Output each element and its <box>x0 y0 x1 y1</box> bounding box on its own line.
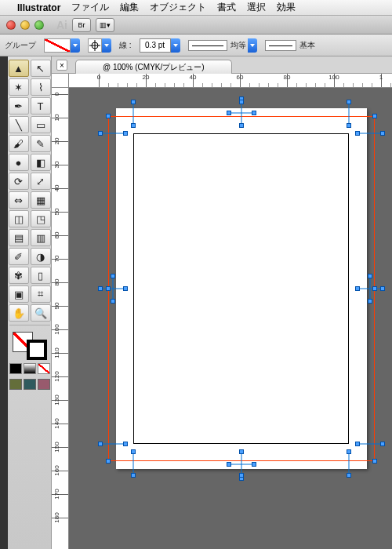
swatch-3[interactable] <box>38 379 50 390</box>
close-tab-button[interactable]: × <box>56 60 67 71</box>
color-mode-button[interactable] <box>9 363 22 374</box>
selection-handle[interactable] <box>123 442 128 446</box>
selection-handle[interactable] <box>380 442 385 446</box>
tool-magic-wand[interactable]: ✶ <box>9 78 29 96</box>
panel-collapse-strip[interactable] <box>0 56 8 549</box>
tool-mesh[interactable]: ▤ <box>9 229 29 246</box>
selection-handle[interactable] <box>368 299 372 304</box>
tool-hand[interactable]: ✋ <box>9 304 29 322</box>
tool-paintbrush[interactable]: 🖌 <box>9 135 29 152</box>
tool-eyedropper[interactable]: ✐ <box>9 248 29 265</box>
arrange-documents-button[interactable]: ▥▾ <box>96 18 114 32</box>
selection-handle[interactable] <box>252 462 256 467</box>
tool-free-transform[interactable]: ▦ <box>31 191 51 209</box>
tool-gradient[interactable]: ▥ <box>31 229 51 246</box>
minimize-window-button[interactable] <box>20 20 30 30</box>
selection-handle[interactable] <box>347 449 351 454</box>
tool-zoom[interactable]: 🔍 <box>31 304 51 322</box>
tool-eraser[interactable]: ◧ <box>31 154 51 171</box>
tool-artboard[interactable]: ▣ <box>9 285 29 303</box>
tool-blob-brush[interactable]: ● <box>9 154 29 171</box>
brush-preview[interactable] <box>265 40 296 51</box>
tool-perspective[interactable]: ◳ <box>31 210 51 227</box>
selection-handle[interactable] <box>372 286 377 291</box>
stroke-box[interactable] <box>27 340 47 360</box>
tool-selection[interactable]: ▲ <box>9 60 29 77</box>
selection-handle[interactable] <box>372 459 377 464</box>
ruler-origin[interactable] <box>52 74 69 88</box>
swatch-2[interactable] <box>24 379 36 390</box>
document-tab[interactable]: @ 100% (CMYK/プレビュー) <box>75 60 232 74</box>
menu-object[interactable]: オブジェクト <box>150 1 206 14</box>
tool-shape-builder[interactable]: ◫ <box>9 210 29 227</box>
selection-handle[interactable] <box>106 286 111 291</box>
selection-handle[interactable] <box>131 473 136 478</box>
selection-handle[interactable] <box>355 286 360 291</box>
tool-graph[interactable]: ▯ <box>31 267 51 284</box>
app-name[interactable]: Illustrator <box>17 2 60 13</box>
selection-handle[interactable] <box>106 114 111 118</box>
artwork-rectangle[interactable] <box>133 133 349 444</box>
selection-handle[interactable] <box>368 274 372 278</box>
selection-handle[interactable] <box>372 114 377 118</box>
stroke-weight-dropdown[interactable] <box>171 38 180 53</box>
selection-handle[interactable] <box>252 111 256 115</box>
horizontal-ruler[interactable]: 0204060801001 <box>69 74 392 88</box>
selection-handle[interactable] <box>123 286 128 291</box>
selection-handle[interactable] <box>98 442 103 446</box>
selection-handle[interactable] <box>111 299 115 304</box>
selection-handle[interactable] <box>355 131 360 136</box>
tool-blend[interactable]: ◑ <box>31 248 51 265</box>
tool-type[interactable]: T <box>31 97 51 115</box>
menu-effect[interactable]: 効果 <box>277 1 296 14</box>
selection-handle[interactable] <box>239 449 244 454</box>
selection-handle[interactable] <box>239 473 244 478</box>
fill-stroke-control[interactable] <box>13 332 47 360</box>
tool-slice[interactable]: ⌗ <box>31 285 51 303</box>
stroke-style-preview[interactable] <box>188 40 227 51</box>
tool-rotate[interactable]: ⟳ <box>9 173 29 190</box>
selection-handle[interactable] <box>106 459 111 464</box>
selection-handle[interactable] <box>131 123 136 128</box>
tool-symbol-sprayer[interactable]: ✾ <box>9 267 29 284</box>
selection-handle[interactable] <box>380 131 385 136</box>
selection-handle[interactable] <box>131 100 136 104</box>
selection-handle[interactable] <box>239 100 244 104</box>
selection-handle[interactable] <box>227 462 231 467</box>
close-window-button[interactable] <box>6 20 16 30</box>
selection-handle[interactable] <box>227 111 231 115</box>
menu-select[interactable]: 選択 <box>247 1 266 14</box>
tool-pen[interactable]: ✒ <box>9 97 29 115</box>
bridge-button[interactable]: Br <box>72 18 91 32</box>
stroke-style-dropdown[interactable] <box>248 38 257 53</box>
none-mode-button[interactable] <box>38 363 50 374</box>
selection-handle[interactable] <box>239 123 244 128</box>
tool-direct-selection[interactable]: ↖ <box>31 60 51 77</box>
zoom-window-button[interactable] <box>34 20 44 30</box>
selection-handle[interactable] <box>111 274 115 278</box>
selection-handle[interactable] <box>131 449 136 454</box>
tool-line[interactable]: ╲ <box>9 116 29 133</box>
tool-rectangle[interactable]: ▭ <box>31 116 51 133</box>
selection-handle[interactable] <box>380 286 385 291</box>
stroke-swatch-registration[interactable] <box>88 38 102 53</box>
stroke-dropdown[interactable] <box>102 38 111 53</box>
fill-dropdown[interactable] <box>71 38 80 53</box>
menu-type[interactable]: 書式 <box>217 1 236 14</box>
menu-edit[interactable]: 編集 <box>120 1 139 14</box>
gradient-mode-button[interactable] <box>24 363 36 374</box>
menu-file[interactable]: ファイル <box>71 1 109 14</box>
selection-handle[interactable] <box>347 123 351 128</box>
tool-pencil[interactable]: ✎ <box>31 135 51 152</box>
selection-handle[interactable] <box>123 131 128 136</box>
fill-swatch-none[interactable] <box>44 38 71 53</box>
tool-lasso[interactable]: ⌇ <box>31 78 51 96</box>
selection-handle[interactable] <box>355 442 360 446</box>
tool-scale[interactable]: ⤢ <box>31 173 51 190</box>
selection-handle[interactable] <box>98 131 103 136</box>
vertical-ruler[interactable]: 0102030405060708090100110120130140150160… <box>52 88 69 549</box>
tool-width[interactable]: ⇔ <box>9 191 29 209</box>
canvas[interactable] <box>69 88 392 549</box>
stroke-weight-field[interactable]: 0.3 pt <box>140 38 171 53</box>
swatch-1[interactable] <box>9 379 22 390</box>
